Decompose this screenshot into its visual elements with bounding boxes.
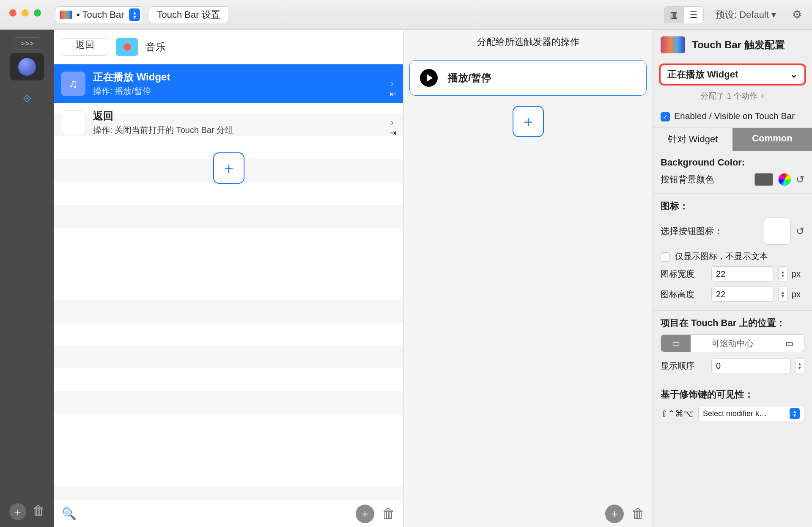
add-button[interactable]: ＋ [605, 505, 624, 523]
icon-height-input[interactable]: 22 [711, 287, 774, 302]
action-label: 播放/暂停 [448, 71, 491, 85]
now-playing-icon: ♫ [61, 72, 85, 96]
actions-column: 分配给所选触发器的操作 播放/暂停 ＋ ＋ 🗑 [403, 30, 653, 527]
trigger-title: 正在播放 Widget [93, 70, 170, 84]
icon-well[interactable] [764, 218, 791, 245]
chevron-right-icon: › [391, 117, 394, 128]
position-title: 项目在 Touch Bar 上的位置： [661, 317, 804, 329]
width-stepper[interactable]: ▲▼ [778, 266, 787, 281]
color-picker-icon[interactable] [778, 173, 791, 186]
play-icon [420, 69, 438, 87]
search-icon[interactable]: 🔍 [62, 507, 77, 521]
icon-title: 图标： [661, 200, 804, 212]
trigger-type-dropdown[interactable]: • Touch Bar ▲▼ [55, 6, 143, 23]
action-row[interactable]: 播放/暂停 [409, 60, 647, 96]
align-right-icon: ⇥ [390, 128, 396, 138]
columns-view-icon[interactable]: ▥ [664, 7, 684, 23]
trigger-title: 返回 [93, 109, 233, 123]
list-view-icon[interactable]: ☰ [684, 7, 703, 23]
sidebar-item-global[interactable] [10, 53, 44, 80]
music-folder-icon [116, 38, 138, 56]
icon-width-input[interactable]: 22 [711, 266, 774, 281]
widget-type-label: 正在播放 Widget [667, 68, 738, 81]
touchbar-icon [60, 11, 72, 19]
icon-height-label: 图标高度 [661, 289, 707, 300]
widget-type-select[interactable]: 正在播放 Widget ⌄ [659, 63, 806, 86]
align-left-icon: ⇤ [390, 89, 396, 99]
order-input[interactable]: 0 [711, 358, 791, 373]
modifier-title: 基于修饰键的可见性： [661, 388, 804, 401]
inspector-title: Touch Bar 触发配置 [692, 39, 785, 51]
add-trigger-button[interactable]: ＋ [213, 152, 244, 184]
window-traffic-lights[interactable] [9, 9, 41, 17]
order-stepper[interactable]: ▲▼ [795, 358, 804, 373]
assigned-actions-label[interactable]: 分配了 1 个动作 + [653, 88, 812, 108]
modifier-select[interactable]: Select modifier k… ▲▼ [698, 406, 804, 421]
add-button[interactable]: ＋ [356, 505, 374, 523]
trash-icon[interactable]: 🗑 [32, 503, 45, 520]
align-left-icon[interactable]: ▭ [661, 335, 691, 352]
inspector-column: Touch Bar 触发配置 正在播放 Widget ⌄ 分配了 1 个动作 +… [653, 30, 812, 527]
touchbar-settings-button[interactable]: Touch Bar 设置 [149, 6, 228, 23]
triggers-column: 返回 音乐 ♫ 正在播放 Widget 操作: 播放/暂停 › ⇤ [54, 30, 403, 527]
position-segmented[interactable]: ▭ 可滚动中心 ▭ [661, 334, 804, 352]
actions-header: 分配给所选触发器的操作 [403, 30, 653, 54]
align-right-icon[interactable]: ▭ [774, 335, 804, 352]
height-stepper[interactable]: ▲▼ [778, 287, 787, 302]
gear-icon[interactable]: ⚙ [788, 8, 806, 21]
delete-action-icon[interactable]: 🗑 [631, 506, 645, 521]
modifier-symbols: ⇧⌃⌘⌥ [661, 408, 693, 419]
reset-icon[interactable]: ↺ [796, 225, 804, 237]
trigger-subtitle: 操作: 关闭当前打开的 Touch Bar 分组 [93, 124, 233, 136]
view-mode-segmented[interactable]: ▥ ☰ [664, 6, 704, 23]
trigger-subtitle: 操作: 播放/暂停 [93, 86, 170, 97]
trigger-row[interactable]: ♫ 正在播放 Widget 操作: 播放/暂停 › ⇤ [54, 64, 403, 103]
back-button[interactable]: 返回 [62, 38, 108, 56]
chevron-updown-icon: ▲▼ [790, 408, 800, 419]
dropdown-label: • Touch Bar [77, 9, 124, 20]
enabled-checkbox[interactable]: ✓ [661, 112, 670, 121]
position-center[interactable]: 可滚动中心 [691, 335, 774, 352]
icon-width-label: 图标宽度 [661, 268, 707, 280]
toolbar: • Touch Bar ▲▼ Touch Bar 设置 ▥ ☰ 预设: Defa… [0, 0, 812, 30]
icon-label: 选择按钮图标： [661, 225, 759, 237]
triggers-list: ♫ 正在播放 Widget 操作: 播放/暂停 › ⇤ 返回 操作: 关闭当前打… [54, 64, 403, 500]
sidebar-item-vscode[interactable]: ⟐ [10, 84, 44, 111]
reset-icon[interactable]: ↺ [796, 174, 804, 185]
close-icon[interactable] [9, 9, 16, 17]
blank-icon [61, 110, 85, 135]
chevron-down-icon: ⌄ [790, 69, 798, 80]
app-sidebar: >>> ⟐ ＋ 🗑 [0, 30, 54, 527]
icon-only-label: 仅显示图标，不显示文本 [675, 251, 768, 262]
bg-color-swatch[interactable] [754, 173, 773, 186]
icon-only-checkbox[interactable]: ✓ [661, 252, 670, 262]
inspector-tabs: 针对 Widget Common [653, 128, 812, 151]
enabled-label: Enabled / Visible on Touch Bar [674, 111, 795, 121]
zoom-icon[interactable] [34, 9, 41, 17]
chevron-updown-icon: ▲▼ [129, 8, 140, 21]
modifier-select-label: Select modifier k… [703, 409, 767, 418]
order-label: 显示顺序 [661, 360, 707, 372]
group-title: 音乐 [145, 40, 166, 54]
add-action-button[interactable]: ＋ [513, 106, 544, 137]
chevron-right-icon: › [391, 78, 394, 89]
minimize-icon[interactable] [22, 9, 29, 17]
bg-color-label: 按钮背景颜色 [661, 174, 749, 185]
globe-icon [18, 58, 36, 76]
sidebar-item-run[interactable]: >>> [14, 37, 40, 50]
px-unit: px [792, 290, 804, 299]
tab-common[interactable]: Common [732, 128, 812, 151]
trigger-row[interactable]: 返回 操作: 关闭当前打开的 Touch Bar 分组 › ⇥ [54, 103, 403, 142]
px-unit: px [792, 269, 804, 279]
touchbar-icon [661, 36, 685, 53]
tab-widget[interactable]: 针对 Widget [653, 128, 732, 151]
bg-color-title: Background Color: [661, 157, 804, 168]
preset-dropdown[interactable]: 预设: Default ▾ [710, 8, 782, 21]
add-app-button[interactable]: ＋ [9, 503, 26, 520]
delete-trigger-icon[interactable]: 🗑 [382, 506, 395, 521]
